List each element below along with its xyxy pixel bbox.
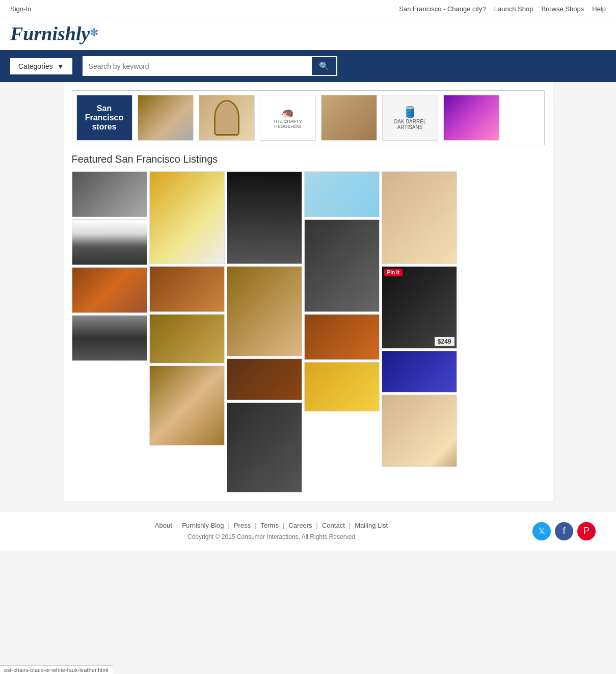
footer-contact-link[interactable]: Contact xyxy=(318,522,349,529)
product-black-chair[interactable] xyxy=(227,171,302,264)
product-cabinet-hardware[interactable] xyxy=(149,314,225,364)
twitter-icon[interactable]: 𝕏 xyxy=(532,522,551,540)
site-logo[interactable]: Furnishly✻ xyxy=(10,22,98,45)
categories-button[interactable]: Categories ▼ xyxy=(10,58,72,74)
product-dining-room[interactable] xyxy=(382,395,457,467)
footer: About | Furnishly Blog | Press | Terms |… xyxy=(0,511,616,551)
store-thumb-5[interactable]: 🛢️ OAK BARRELARTISANS xyxy=(382,95,438,141)
product-office-chair[interactable]: Pin it $249 xyxy=(382,266,457,349)
product-brown-sofa[interactable] xyxy=(304,314,380,360)
help-link[interactable]: Help xyxy=(592,5,606,13)
product-column-3 xyxy=(227,171,302,492)
top-navigation: Sign-In San Francisco - Change city? Lau… xyxy=(0,0,616,18)
product-sofa[interactable] xyxy=(72,171,147,217)
product-round-table[interactable] xyxy=(227,358,302,400)
signin-link[interactable]: Sign-In xyxy=(10,5,31,13)
product-glass-table[interactable] xyxy=(304,171,380,217)
search-icon: 🔍 xyxy=(319,62,329,70)
product-column-1 xyxy=(72,171,147,492)
product-desk-brown[interactable] xyxy=(72,267,147,313)
search-input-wrap: 🔍 xyxy=(83,56,337,76)
browse-shops-link[interactable]: Browse Shops xyxy=(541,5,584,13)
product-armchair[interactable] xyxy=(382,171,457,264)
stores-strip: San Francisco stores 🦔 THE CRAFTY HEDGEH… xyxy=(72,90,545,145)
search-input[interactable] xyxy=(83,56,311,76)
products-area: Pin it $249 xyxy=(72,171,545,492)
product-wine-barrel-chair[interactable] xyxy=(149,366,225,446)
pinterest-icon[interactable]: P xyxy=(577,522,596,540)
footer-terms-link[interactable]: Terms xyxy=(257,522,283,529)
facebook-icon[interactable]: f xyxy=(555,522,573,540)
product-leather-chair[interactable] xyxy=(227,402,302,492)
top-nav-right: San Francisco - Change city? Launch Shop… xyxy=(399,5,606,13)
product-column-5: Pin it $249 xyxy=(382,171,457,492)
logo-snowflake: ✻ xyxy=(90,27,98,38)
product-column-4 xyxy=(304,171,380,492)
footer-blog-link[interactable]: Furnishly Blog xyxy=(178,522,228,529)
search-bar: Categories ▼ 🔍 xyxy=(0,50,616,82)
product-column-2 xyxy=(149,171,225,492)
footer-careers-link[interactable]: Careers xyxy=(284,522,316,529)
product-bar-stools[interactable] xyxy=(72,315,147,361)
store-thumb-1[interactable] xyxy=(138,95,194,141)
pin-badge[interactable]: Pin it xyxy=(384,269,403,276)
search-button[interactable]: 🔍 xyxy=(311,56,337,76)
footer-press-link[interactable]: Press xyxy=(230,522,255,529)
sf-stores-label[interactable]: San Francisco stores xyxy=(76,95,132,141)
logo-bar: Furnishly✻ xyxy=(0,18,616,50)
store-thumb-2[interactable] xyxy=(199,95,255,141)
price-tag: $249 xyxy=(435,337,454,346)
store-thumb-6[interactable] xyxy=(443,95,499,141)
footer-mailinglist-link[interactable]: Mailing List xyxy=(351,522,392,529)
store-thumb-4[interactable] xyxy=(321,95,377,141)
logo-text-main: Furnishly xyxy=(10,23,90,44)
footer-about-link[interactable]: About xyxy=(151,522,176,529)
launch-shop-link[interactable]: Launch Shop xyxy=(494,5,533,13)
product-eagle-plate[interactable] xyxy=(382,351,457,393)
product-wood-table[interactable] xyxy=(149,266,225,312)
product-vintage-chair[interactable] xyxy=(227,266,302,356)
product-bed[interactable] xyxy=(72,219,147,265)
main-content: San Francisco stores 🦔 THE CRAFTY HEDGEH… xyxy=(64,82,553,501)
store-thumb-3[interactable]: 🦔 THE CRAFTY HEDGEHOG xyxy=(260,95,316,141)
sf-stores-text: San Francisco stores xyxy=(82,104,127,132)
footer-links: About | Furnishly Blog | Press | Terms |… xyxy=(10,522,532,529)
footer-copyright: Copyright © 2015 Consumer Interactions, … xyxy=(10,533,532,540)
categories-label: Categories xyxy=(18,62,53,70)
product-nightstand[interactable] xyxy=(149,171,225,264)
product-daybed[interactable] xyxy=(304,362,380,411)
product-dark-dresser[interactable] xyxy=(304,219,380,312)
categories-chevron-icon: ▼ xyxy=(57,62,64,70)
footer-social: 𝕏 f P xyxy=(532,522,606,540)
featured-title: Featured San Francisco Listings xyxy=(72,153,545,165)
city-link[interactable]: San Francisco - Change city? xyxy=(399,5,486,13)
top-nav-left: Sign-In xyxy=(10,5,31,13)
